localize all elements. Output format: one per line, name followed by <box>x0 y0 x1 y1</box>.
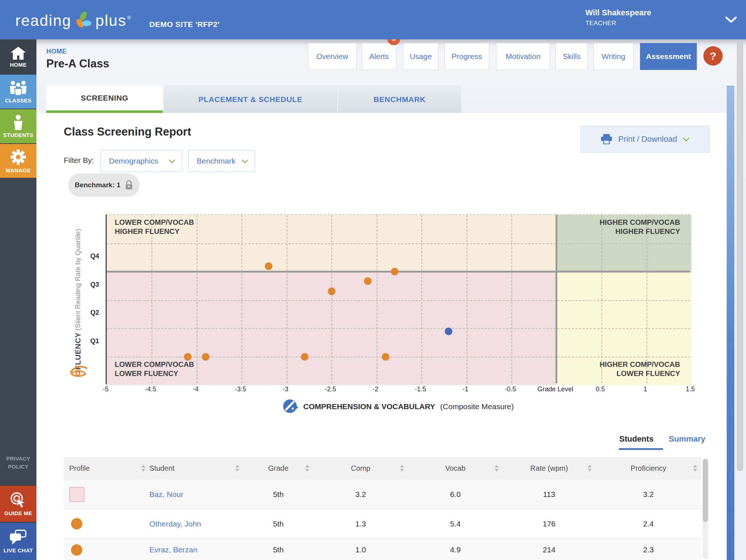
demographics-dropdown[interactable]: Demographics <box>101 150 182 172</box>
tab-students[interactable]: Students <box>619 434 653 444</box>
proficiency-cell: 2.4 <box>596 509 701 538</box>
x-tick-label: Grade Level <box>538 385 573 393</box>
benchmark-filter-chip[interactable]: Benchmark: 1 <box>68 173 140 197</box>
comp-cell: 1.0 <box>313 539 408 560</box>
y-axis-title-rest: (Silent Reading Rate by Quartile) <box>74 229 82 332</box>
sort-icon[interactable] <box>141 465 146 472</box>
data-point-students-orange[interactable] <box>328 287 335 295</box>
profile-marker-pink-square <box>69 487 85 502</box>
tab-summary[interactable]: Summary <box>669 434 705 444</box>
benchmark-dropdown[interactable]: Benchmark <box>188 150 255 172</box>
column-header-proficiency[interactable]: Proficiency <box>596 457 701 479</box>
x-tick-label: 1 <box>644 385 647 393</box>
sort-icon[interactable] <box>400 465 404 472</box>
students-table: Profile Student Grade Comp Vocab Rate (w… <box>64 457 701 560</box>
sidebar-item-label: LIVE CHAT <box>4 547 33 553</box>
sort-icon[interactable] <box>305 465 310 472</box>
quartile-label-q3: Q3 <box>90 281 99 289</box>
student-icon <box>13 115 24 130</box>
rate-cell: 214 <box>503 539 596 560</box>
logo-word-reading: reading <box>15 12 71 30</box>
demographics-dropdown-label: Demographics <box>109 157 158 165</box>
guide-me-button[interactable]: GUIDE ME <box>0 486 36 522</box>
tab-students-underline <box>619 448 663 450</box>
table-row[interactable]: Baz, Nour 5th 3.2 6.0 113 3.2 <box>64 479 701 509</box>
breadcrumb-home-link[interactable]: HOME <box>46 48 67 55</box>
sidebar-item-classes[interactable]: CLASSES <box>0 75 36 109</box>
sort-icon[interactable] <box>235 465 240 472</box>
sidebar-item-home[interactable]: HOME <box>0 40 36 74</box>
student-link[interactable]: Otherday, John <box>149 520 201 528</box>
x-axis-ticks: -5-4.5-4-3.5-3-2.5-2-1.5-1-0.5Grade Leve… <box>106 385 690 395</box>
app-header: reading plus ® DEMO SITE 'RFP2' Will Sha… <box>0 0 746 39</box>
x-tick-label: -4 <box>193 385 199 393</box>
x-tick-label: -0.5 <box>505 385 516 393</box>
quadrant-label-top-right: HIGHER COMP/VOCABHIGHER FLUENCY <box>600 218 680 236</box>
quartile-axis-labels: Q4Q3Q2Q1 <box>83 214 102 384</box>
x-tick-label: -2.5 <box>325 385 336 393</box>
x-axis-title-rest: (Composite Measure) <box>440 402 514 411</box>
quartile-label-q1: Q1 <box>90 337 99 345</box>
student-link[interactable]: Baz, Nour <box>149 490 183 499</box>
nav-tab-assessment[interactable]: Assessment <box>640 43 697 70</box>
sort-icon[interactable] <box>494 465 499 472</box>
live-chat-button[interactable]: LIVE CHAT <box>0 523 36 560</box>
nav-tab-usage[interactable]: Usage <box>403 43 439 70</box>
table-scrollbar-thumb[interactable] <box>703 459 708 522</box>
logo-swirl-icon <box>74 11 93 31</box>
rate-cell: 113 <box>503 479 596 509</box>
user-menu[interactable]: Will Shakespeare TEACHER <box>585 8 651 27</box>
sidebar-item-students[interactable]: STUDENTS <box>0 109 36 143</box>
x-tick-label: -1 <box>463 385 468 393</box>
x-tick-label: -4.5 <box>145 385 156 393</box>
sidebar-item-label: STUDENTS <box>3 132 33 138</box>
vocab-cell: 6.0 <box>408 479 503 509</box>
sort-icon[interactable] <box>693 465 698 472</box>
sidebar-item-label: CLASSES <box>5 97 32 103</box>
column-header-vocab[interactable]: Vocab <box>408 457 503 479</box>
print-download-label: Print / Download <box>618 134 677 144</box>
report-title: Class Screening Report <box>64 125 191 138</box>
reading-plus-logo[interactable]: reading plus ® <box>15 11 131 31</box>
gear-icon <box>10 149 27 165</box>
column-header-student[interactable]: Student <box>149 457 243 479</box>
tab-screening[interactable]: SCREENING <box>46 86 163 113</box>
table-row[interactable]: Otherday, John 5th 1.3 5.4 176 2.4 <box>64 509 701 539</box>
column-header-profile[interactable]: Profile <box>64 457 149 479</box>
x-tick-label: -3 <box>283 385 288 393</box>
nav-tab-motivation[interactable]: Motivation <box>496 43 550 70</box>
student-link[interactable]: Evraz, Berzan <box>149 545 197 554</box>
print-download-button[interactable]: Print / Download <box>581 126 710 153</box>
screening-scatter-plot: LOWER COMP/VOCABHIGHER FLUENCYHIGHER COM… <box>106 214 690 384</box>
privacy-policy-link[interactable]: PRIVACY POLICY <box>0 455 36 471</box>
tab-placement-schedule[interactable]: PLACEMENT & SCHEDULE <box>164 86 337 113</box>
table-row[interactable]: Evraz, Berzan 5th 1.0 4.9 214 2.3 <box>64 539 701 560</box>
nav-tab-alerts[interactable]: Alerts <box>362 43 396 70</box>
column-header-comp[interactable]: Comp <box>313 457 408 479</box>
benchmark-dropdown-label: Benchmark <box>197 157 235 165</box>
nav-tab-skills[interactable]: Skills <box>555 43 588 70</box>
help-button[interactable]: ? <box>703 46 723 66</box>
x-tick-label: -2 <box>373 385 378 393</box>
x-tick-label: 1.5 <box>686 385 695 393</box>
chevron-down-icon <box>683 137 690 141</box>
page-scrollbar[interactable] <box>737 42 743 471</box>
chevron-down-icon <box>242 159 248 163</box>
nav-tab-writing[interactable]: Writing <box>593 43 633 70</box>
column-header-rate[interactable]: Rate (wpm) <box>503 457 596 479</box>
comp-cell: 1.3 <box>313 509 408 538</box>
nav-tab-overview[interactable]: Overview <box>308 43 357 70</box>
column-header-grade[interactable]: Grade <box>243 457 313 479</box>
classes-icon <box>9 80 27 95</box>
sidebar-item-manage[interactable]: MANAGE <box>0 144 36 178</box>
data-point-students-orange[interactable] <box>391 268 398 275</box>
sort-icon[interactable] <box>587 465 592 472</box>
tab-benchmark[interactable]: BENCHMARK <box>338 86 461 113</box>
user-menu-chevron-down-icon[interactable] <box>725 16 737 23</box>
chat-bubbles-icon <box>9 529 27 545</box>
quadrant-label-bottom-left: LOWER COMP/VOCABLOWER FLUENCY <box>115 360 194 378</box>
x-axis-title: COMPREHENSION & VOCABULARY (Composite Me… <box>106 398 690 415</box>
nav-tab-progress[interactable]: Progress <box>444 43 489 70</box>
data-point-students-orange[interactable] <box>364 277 372 285</box>
benchmark-chip-label: Benchmark: 1 <box>75 181 121 189</box>
